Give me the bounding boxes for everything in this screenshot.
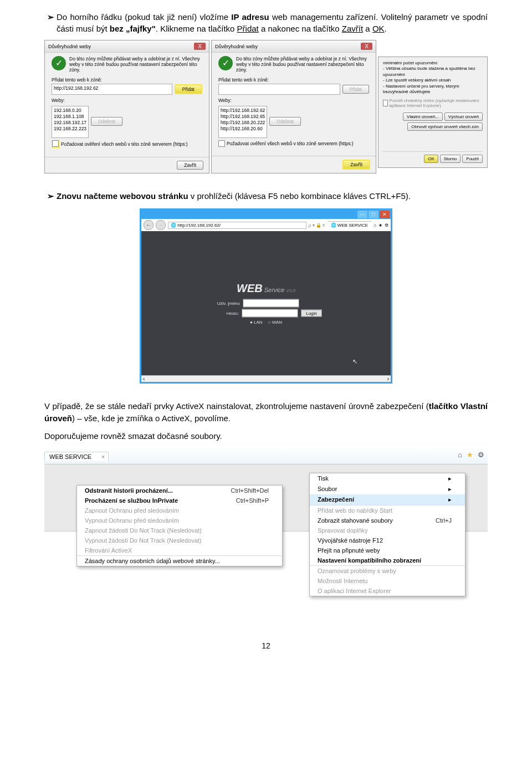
bullet-2: ➢ Znovu načteme webovou stránku v prohlí… [44,190,488,202]
menu-item[interactable]: Přidat web do nabídky Start [310,505,465,515]
menu-item[interactable]: Zapnout žádosti Do Not Track (Nesledovat… [77,525,282,535]
menu-item[interactable]: Procházení se službou InPrivateCtrl+Shif… [77,496,282,505]
https-checkbox[interactable] [52,140,59,147]
add-button[interactable]: Přidat [175,84,202,94]
home-icon[interactable]: ⌂ [458,451,462,459]
trusted-sites-dialog-right: Důvěryhodné weby X ✓ Do této zóny můžete… [211,40,376,173]
menu-item[interactable]: Oznamovat problémy s weby [310,565,465,576]
menu-item[interactable]: Spravovat doplňky [310,525,465,535]
https-checkbox[interactable] [218,140,225,147]
add-site-label: Přidat tento web k zóně: [218,77,369,83]
protected-mode-checkbox[interactable] [383,100,388,106]
back-icon[interactable]: ← [144,220,154,230]
menu-item[interactable]: Zásady ochrany osobních údajů webové str… [77,555,282,566]
browser-tab[interactable]: 🌐 WEB SERVICE [328,221,372,229]
https-checkbox-label: Požadovat ověření všech webů v této zóně… [227,141,354,146]
dialog-title: Důvěryhodné weby [48,44,91,49]
bullet-1-text: Do horního řádku (pokud tak již není) vl… [57,11,488,34]
https-checkbox-label: Požadovat ověření všech webů v této zóně… [61,141,188,147]
browser-tab[interactable]: WEB SERVICE× [44,452,109,461]
ie-menu-screenshot: WEB SERVICE× ⌂ ★ ⚙ Tisk▸Soubor▸Zabezpeče… [44,447,488,614]
cursor-icon: ↖ [352,358,357,365]
paragraph-activex: V případě, že se stále nedaří prvky Acti… [44,400,488,425]
web-service-logo: WEBServiceV3.0 [197,282,335,295]
default-level-button[interactable]: Výchozí úroveň [444,113,483,121]
paragraph-cache: Doporučujeme rovněž smazat dočasné soubo… [44,430,488,442]
scrollbar[interactable]: ‹› [141,375,391,382]
menu-item[interactable]: Zobrazit stahované souboryCtrl+J [310,515,465,525]
checkmark-icon: ✓ [52,56,66,70]
menu-item[interactable]: O aplikaci Internet Explorer [310,586,465,596]
menu-item[interactable]: Soubor▸ [310,484,465,494]
menu-item[interactable]: Vývojářské nástroje F12 [310,535,465,545]
password-label: Heslo: [210,311,239,316]
dialog-info-text: Do této zóny můžete přidávat weby a odeb… [236,56,369,73]
reset-zones-button[interactable]: Obnovit výchozí úroveň všech zón [407,122,483,131]
menu-item[interactable]: Zabezpečení▸ [310,494,465,505]
close-icon[interactable]: ✕ [380,211,390,218]
password-input[interactable] [242,309,298,318]
remove-button[interactable]: Odebrat [91,117,122,126]
dialog-title: Důvěryhodné weby [215,44,258,49]
apply-button[interactable]: Použít [462,155,483,163]
close-icon[interactable]: X [361,43,372,50]
menu-item[interactable]: Zapnout Ochranu před sledováním [77,505,282,515]
web-service-screenshot: — □ ✕ ← → 🌐 http://192.168.192.62/ ρ ▾ 🔒… [140,208,392,384]
menu-item[interactable]: Nastavení kompatibilního zobrazení [310,555,465,565]
login-panel: WEBServiceV3.0 Uživ. jméno Heslo: Login … [197,282,335,325]
close-icon[interactable]: X [194,43,206,50]
menu-item[interactable]: Vypnout Ochranu před sledováním [77,515,282,525]
page-number: 12 [44,641,488,650]
home-icon[interactable]: ⌂ [374,223,376,228]
dialog-info-text: Do této zóny můžete přidávat weby a odeb… [69,56,202,73]
gear-icon[interactable]: ⚙ [478,451,484,459]
websites-label: Weby: [218,98,369,103]
websites-list[interactable]: 192.168.0.20 192.168.1.108 192.168.192.1… [52,106,89,138]
protected-mode-label: Povolit chráněný režim (vyžaduje restart… [390,98,483,108]
security-description: minimální počet upozornění - Většina obs… [383,60,483,95]
menu-item[interactable]: Odstranit historii procházení...Ctrl+Shi… [77,486,282,496]
tab-close-icon[interactable]: × [101,453,105,460]
remove-button[interactable]: Odebrat [269,117,301,126]
username-label: Uživ. jméno [211,301,240,306]
custom-level-button[interactable]: Vlastní úroveň... [403,113,443,121]
login-button[interactable]: Login [301,310,322,317]
trusted-sites-dialog-left: Důvěryhodné weby X ✓ Do této zóny můžete… [44,40,209,173]
menu-item[interactable]: Filtrování ActiveX [77,545,282,555]
bullet-arrow-icon: ➢ [44,11,57,34]
ok-button[interactable]: OK [424,155,438,163]
cancel-button[interactable]: Storno [440,155,461,163]
bullet-2-text: Znovu načteme webovou stránku v prohlíže… [57,190,411,202]
websites-label: Weby: [52,98,202,103]
minimize-icon[interactable]: — [357,211,367,218]
bullet-arrow-icon: ➢ [44,190,57,202]
checkmark-icon: ✓ [218,56,233,70]
address-bar[interactable]: 🌐 http://192.168.192.62/ [168,222,306,229]
bullet-1: ➢ Do horního řádku (pokud tak již není) … [44,11,488,34]
security-level-pane: minimální počet upozornění - Většina obs… [378,57,488,168]
add-site-label: Přidat tento web k zóně: [52,77,202,83]
menu-item[interactable]: Vypnout žádosti Do Not Track (Nesledovat… [77,535,282,545]
security-submenu[interactable]: Odstranit historii procházení...Ctrl+Shi… [76,485,283,566]
wan-radio[interactable]: ○ WAN [268,320,282,325]
gear-icon[interactable]: ⚙ [385,223,388,228]
site-url-input[interactable] [218,84,340,95]
add-button[interactable]: Přidat [342,85,369,94]
username-input[interactable] [243,299,299,308]
favorites-icon[interactable]: ★ [467,451,473,459]
menu-item[interactable]: Přejít na připnuté weby [310,545,465,555]
menu-item[interactable]: Možnosti Internetu [310,576,465,586]
close-button[interactable]: Zavřít [177,161,203,170]
tools-menu[interactable]: Tisk▸Soubor▸Zabezpečení▸Přidat web do na… [309,473,466,596]
lan-radio[interactable]: ● LAN [250,320,263,325]
close-button[interactable]: Zavřít [342,160,370,170]
star-icon[interactable]: ★ [378,223,382,228]
dialogs-screenshot: Důvěryhodné weby X ✓ Do této zóny můžete… [44,40,488,173]
site-url-input[interactable]: http://192.168.192.62 [52,84,172,95]
forward-icon[interactable]: → [156,220,166,230]
maximize-icon[interactable]: □ [369,211,378,218]
websites-list[interactable]: http://192.168.192.62 http://192.168.192… [218,106,267,138]
menu-item[interactable]: Tisk▸ [310,473,465,484]
